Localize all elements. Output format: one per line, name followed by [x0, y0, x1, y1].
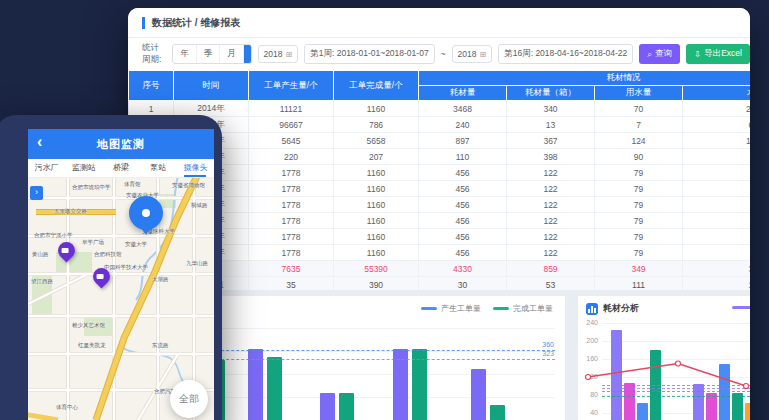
period-option-quarter[interactable]: 季	[197, 45, 221, 63]
consumables-chart-panel: 耗材分析 2402001601208040	[578, 296, 750, 420]
query-button-label: 查询	[655, 48, 672, 60]
map-label: 合肥市宁溪小学	[34, 232, 73, 239]
table-cell: 456	[419, 181, 507, 197]
table-cell: 111	[595, 277, 683, 291]
table-cell: 67	[683, 229, 751, 245]
bar-完成工单量[interactable]	[490, 405, 505, 420]
table-cell: 1778	[249, 245, 334, 261]
consumable-bar[interactable]	[637, 403, 648, 420]
period-option-month[interactable]: 月	[220, 45, 244, 63]
table-cell: 1160	[334, 229, 419, 245]
table-cell: 79	[595, 181, 683, 197]
year-to-select[interactable]: 2018 ⊞	[452, 45, 493, 63]
table-cell: 122	[507, 165, 595, 181]
table-cell: 7	[595, 117, 683, 133]
export-button-label: 导出Excel	[704, 48, 742, 60]
table-cell: 332	[683, 261, 751, 277]
export-excel-button[interactable]: ⇩ 导出Excel	[686, 44, 750, 64]
map-view[interactable]: 合肥市琥珀中学 体育馆 安徽农业大学 安徽省博物馆 五里墩立交桥 合肥市宁溪小学…	[28, 178, 214, 420]
period-label: 统计周期:	[142, 42, 166, 66]
map-label: 红星美凯龙	[78, 342, 106, 349]
query-button[interactable]: ⌕ 查询	[639, 44, 680, 64]
phone-screen: ‹ 地图监测 污水厂 监测站 桥梁 泵站 摄像头	[28, 129, 214, 420]
table-row[interactable]: 22015年96667786240137690	[129, 117, 751, 133]
table-cell: 79	[595, 245, 683, 261]
table-cell: 67	[683, 181, 751, 197]
table-cell: 4330	[419, 261, 507, 277]
table-cell: 90	[595, 149, 683, 165]
table-cell: 79	[595, 229, 683, 245]
table-cell: 3468	[419, 101, 507, 117]
selected-marker-pin[interactable]	[129, 196, 163, 230]
legend-item-created[interactable]: 产生工单量	[421, 303, 481, 314]
map-label: 东流路	[152, 342, 169, 349]
map-label: 体育中心	[56, 404, 78, 411]
tab-sewage-plant[interactable]: 污水厂	[28, 159, 65, 177]
table-cell: 7635	[249, 261, 334, 277]
phone-page-title: 地图监测	[97, 137, 145, 152]
bar-产生工单量[interactable]	[320, 393, 335, 420]
table-cell: 349	[595, 261, 683, 277]
table-cell: 390	[334, 277, 419, 291]
reference-line	[602, 396, 750, 397]
period-option-week[interactable]: 周	[244, 45, 252, 63]
col-header-created: 工单产生量/个	[249, 71, 334, 101]
y-axis-tick: 160	[578, 355, 598, 362]
week-from-field[interactable]: 第1周: 2018-01-01~2018-01-07	[304, 44, 434, 64]
table-cell: 456	[419, 245, 507, 261]
map-label: 五里墩立交桥	[54, 208, 87, 215]
sub-header-4: 水量	[683, 86, 751, 101]
expand-panel-button[interactable]: ›	[30, 186, 43, 200]
table-cell: 1160	[334, 213, 419, 229]
back-icon[interactable]: ‹	[37, 133, 42, 151]
search-icon: ⌕	[647, 49, 652, 60]
table-cell: 367	[507, 133, 595, 149]
consumable-bar[interactable]	[745, 403, 750, 420]
bar-完成工单量[interactable]	[339, 393, 354, 420]
table-cell: 1778	[249, 181, 334, 197]
bar-产生工单量[interactable]	[471, 369, 486, 420]
reference-label: 360	[542, 341, 554, 348]
col-header-index: 序号	[129, 71, 174, 101]
reference-line	[602, 388, 750, 389]
tab-camera[interactable]: 摄像头	[177, 159, 214, 177]
consumables-mixed-chart: 2402001601208040	[578, 296, 750, 420]
table-cell: 122	[507, 197, 595, 213]
consumable-bar[interactable]	[611, 330, 622, 420]
table-cell: 11121	[249, 101, 334, 117]
tab-bridge[interactable]: 桥梁	[102, 159, 139, 177]
period-option-year[interactable]: 年	[173, 45, 197, 63]
col-header-time: 时间	[174, 71, 249, 101]
table-cell: 5658	[334, 133, 419, 149]
table-cell: 897	[419, 133, 507, 149]
download-icon: ⇩	[694, 49, 701, 59]
year-from-select[interactable]: 2018 ⊞	[258, 45, 299, 63]
tab-monitor-station[interactable]: 监测站	[65, 159, 102, 177]
y-axis-tick: 200	[578, 337, 598, 344]
tab-pump-station[interactable]: 泵站	[140, 159, 177, 177]
table-cell: 30	[419, 277, 507, 291]
table-cell: 456	[419, 165, 507, 181]
map-label: 九华山路	[186, 260, 208, 267]
legend-item-completed[interactable]: 完成工单量	[493, 303, 553, 314]
show-all-button[interactable]: 全部	[170, 380, 208, 418]
table-cell: 5645	[249, 133, 334, 149]
table-cell: 70	[595, 101, 683, 117]
bar-完成工单量[interactable]	[267, 357, 282, 420]
table-row[interactable]: 12014年1112111603468340702503	[129, 101, 751, 117]
period-segmented-control[interactable]: 年 季 月 周 日	[172, 44, 251, 64]
map-label: 黄山路	[32, 251, 49, 258]
table-cell: 1160	[334, 165, 419, 181]
table-cell: 1160	[334, 197, 419, 213]
table-cell: 1160	[334, 101, 419, 117]
table-cell: 55390	[334, 261, 419, 277]
table-cell: 122	[507, 229, 595, 245]
week-to-field[interactable]: 第16周: 2018-04-16~2018-04-22	[498, 44, 633, 64]
table-cell: 122	[507, 213, 595, 229]
legend-line-green	[493, 307, 509, 310]
table-cell: 1778	[249, 229, 334, 245]
sub-header-1: 耗材量	[419, 86, 507, 101]
year-from-value: 2018	[264, 49, 283, 59]
table-cell: 1290	[683, 133, 751, 149]
table-cell: 122	[507, 245, 595, 261]
